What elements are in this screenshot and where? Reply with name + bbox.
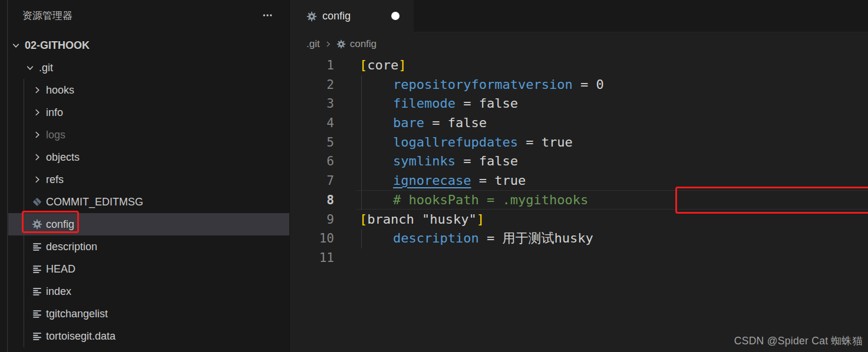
code-line-3[interactable]: 3filemode = false [291,94,868,114]
code-line-2[interactable]: 2repositoryformatversion = 0 [291,75,868,95]
line-content: logallrefupdates = true [359,133,573,152]
tab-label: config [322,10,351,22]
git-icon [32,197,42,207]
tree-item-02-githook[interactable]: 02-GITHOOK [8,34,289,57]
code-line-7[interactable]: 7ignorecase = true [291,171,868,191]
tree-item-label: tgitchangelist [46,303,108,325]
ellipsis-icon [262,9,273,21]
tree-item-head[interactable]: HEAD [8,258,289,280]
file-icon [32,241,42,252]
line-number: 10 [291,229,334,248]
chevron-right-icon [324,40,332,48]
tree-item-logs[interactable]: logs [8,124,289,146]
code-area: 1[core]2repositoryformatversion = 03file… [291,56,868,268]
indent-guide [361,133,393,152]
chevron-right-icon [32,107,42,118]
tree-item-label: HEAD [46,258,75,280]
file-icon [32,286,42,297]
breadcrumb: .git config [291,32,868,56]
gear-icon [32,219,42,230]
tree-item-objects[interactable]: objects [8,146,289,168]
tree-item-config[interactable]: config [8,213,289,235]
line-number: 2 [291,75,334,95]
gear-icon [336,39,346,49]
file-tree: 02-GITHOOK.githooksinfologsobjectsrefsCO… [8,34,289,347]
tree-item-index[interactable]: index [8,280,289,303]
chevron-right-icon [32,174,42,185]
indent-guide [361,75,393,95]
code-line-5[interactable]: 5logallrefupdates = true [291,133,868,152]
line-content: bare = false [359,114,487,133]
tree-item-label: tortoisegit.data [46,325,115,347]
more-actions-button[interactable] [260,8,275,23]
line-content: ignorecase = true [359,171,526,191]
file-icon [32,264,42,274]
tree-item-label: info [46,101,63,124]
breadcrumb-item-git[interactable]: .git [306,38,320,50]
line-number: 11 [291,248,334,268]
tree-item-tortoisegit-data[interactable]: tortoisegit.data [8,325,289,347]
tree-item-label: refs [46,168,64,191]
line-number: 1 [291,56,334,75]
line-content: [core] [359,56,406,75]
line-number: 7 [291,171,334,191]
line-content: description = 用于测试husky [359,229,593,248]
chevron-right-icon [32,152,42,162]
editor-group: config .git con [291,0,868,352]
code-line-9[interactable]: 9[branch "husky"] [291,210,868,230]
tree-item-label: logs [46,124,65,146]
code-line-6[interactable]: 6symlinks = false [291,152,868,171]
tree-item-label: description [46,235,97,258]
tree-item-tgitchangelist[interactable]: tgitchangelist [8,303,289,325]
line-number: 8 [291,191,334,210]
line-content: # hooksPath = .mygithooks [359,191,588,210]
indent-guide [361,114,393,133]
chevron-right-icon [32,129,42,140]
indent-guide [361,94,393,114]
chevron-right-icon [32,85,42,95]
code-line-1[interactable]: 1[core] [291,56,868,75]
line-content: repositoryformatversion = 0 [359,75,604,95]
indent-guide [361,171,393,191]
breadcrumb-item-config[interactable]: config [350,38,377,50]
code-line-4[interactable]: 4bare = false [291,114,868,133]
tree-item-label: config [46,213,74,235]
tree-item-label: index [46,280,71,303]
tree-item--git[interactable]: .git [8,57,289,79]
code-line-11[interactable]: 11 [291,248,868,268]
activity-bar-edge [0,0,8,352]
line-content: symlinks = false [359,152,518,171]
tree-item-label: 02-GITHOOK [25,34,90,57]
tree-item-info[interactable]: info [8,101,289,124]
tree-item-commit-editmsg[interactable]: COMMIT_EDITMSG [8,191,289,213]
gear-icon [306,11,317,22]
explorer-header: 资源管理器 [8,0,289,31]
line-content: filemode = false [359,94,518,114]
tab-config[interactable]: config [291,0,414,32]
file-icon [32,308,42,319]
line-number: 4 [291,114,334,133]
tree-item-label: COMMIT_EDITMSG [46,191,143,213]
line-number: 9 [291,210,334,230]
tree-item-description[interactable]: description [8,235,289,258]
file-icon [32,331,42,341]
code-line-8[interactable]: 8# hooksPath = .mygithooks [291,191,868,210]
indent-guide [361,229,393,248]
tree-item-refs[interactable]: refs [8,168,289,191]
indent-guide [361,191,393,210]
explorer-title: 资源管理器 [22,9,72,22]
line-number: 6 [291,152,334,171]
tree-item-label: objects [46,146,80,168]
line-number: 5 [291,133,334,152]
explorer-sidebar: 资源管理器 02-GITHOOK.githooksinfologsobjects… [8,0,290,352]
indent-guide [361,152,393,171]
chevron-down-icon [25,62,35,73]
line-number: 3 [291,94,334,114]
tree-item-hooks[interactable]: hooks [8,79,289,101]
modified-dot-icon [391,12,400,20]
tree-item-label: .git [39,57,53,79]
code-line-10[interactable]: 10description = 用于测试husky [291,229,868,248]
tab-bar: config [291,0,868,32]
chevron-down-icon [11,40,21,51]
line-content: [branch "husky"] [359,210,484,230]
